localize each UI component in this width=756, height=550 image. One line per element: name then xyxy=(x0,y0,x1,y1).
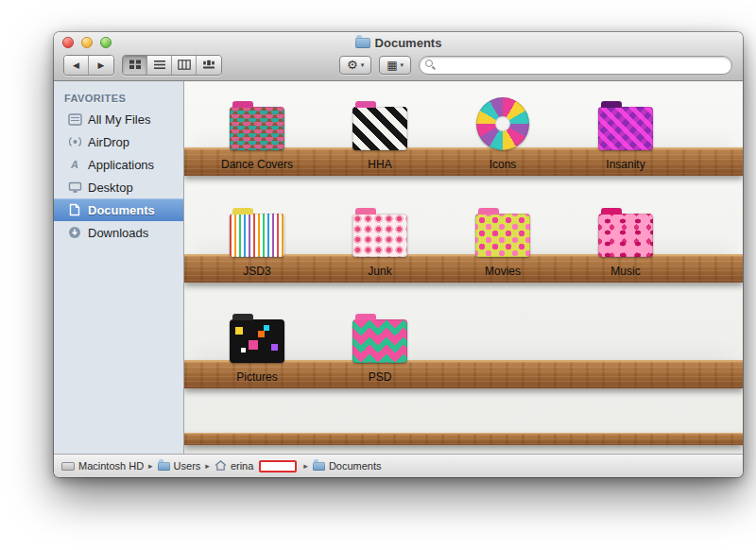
coverflow-view-button[interactable] xyxy=(197,56,221,75)
home-icon xyxy=(215,460,227,473)
folder-name: Movies xyxy=(485,265,521,278)
path-item-label: Macintosh HD xyxy=(78,460,144,472)
disc-icon xyxy=(476,97,529,150)
folder-view: Dance Covers HHA Icons Insanity xyxy=(184,81,743,454)
folder-insanity[interactable]: Insanity xyxy=(564,93,687,171)
chevron-down-icon: ▾ xyxy=(361,61,365,69)
folder-name: Dance Covers xyxy=(221,158,293,171)
folder-icons[interactable]: Icons xyxy=(441,93,564,171)
column-view-button[interactable] xyxy=(172,56,197,75)
airdrop-icon xyxy=(67,136,82,148)
all-my-files-icon xyxy=(67,113,82,126)
navigation-control: ◀ ▶ xyxy=(63,55,114,76)
sidebar-item-all-my-files[interactable]: All My Files xyxy=(54,108,183,130)
folder-name: Icons xyxy=(490,158,517,171)
toolbar: ◀ ▶ xyxy=(54,53,743,80)
path-separator-icon: ▸ xyxy=(148,461,153,471)
folder-psd[interactable]: PSD xyxy=(318,305,441,384)
path-item-users[interactable]: Users xyxy=(158,460,201,472)
path-item-documents[interactable]: Documents xyxy=(313,460,382,472)
sidebar-item-label: AirDrop xyxy=(88,135,129,149)
sidebar-item-desktop[interactable]: Desktop xyxy=(54,176,183,198)
folder-icon xyxy=(313,462,325,471)
coverflow-view-icon xyxy=(202,60,215,70)
path-item-macintosh-hd[interactable]: Macintosh HD xyxy=(61,460,144,472)
path-item-label: erina xyxy=(231,460,253,472)
arrange-grid-icon: ▦ xyxy=(387,60,397,71)
downloads-icon xyxy=(67,226,82,239)
folder-icon xyxy=(230,214,284,257)
folder-icon xyxy=(230,319,284,363)
documents-icon xyxy=(67,203,82,216)
path-item-label: Documents xyxy=(329,460,382,472)
folder-music[interactable]: Music xyxy=(564,199,687,278)
path-separator-icon: ▸ xyxy=(205,461,210,471)
folder-icon xyxy=(352,214,407,257)
search-icon xyxy=(425,60,436,70)
desktop-icon xyxy=(67,181,82,194)
folder-icon xyxy=(352,319,407,363)
column-view-icon xyxy=(178,60,191,70)
sidebar-item-label: Desktop xyxy=(88,180,133,195)
back-button[interactable]: ◀ xyxy=(64,56,89,75)
view-mode-control xyxy=(122,55,222,76)
folder-movies[interactable]: Movies xyxy=(441,199,564,278)
folder-row: Pictures PSD xyxy=(196,305,441,384)
finder-window: Documents ◀ ▶ xyxy=(54,32,743,477)
icon-view-icon xyxy=(129,60,142,70)
sidebar: FAVORITES All My Files AirDrop A Applica… xyxy=(54,81,184,454)
path-separator-icon: ▸ xyxy=(303,461,308,471)
arrange-menu-button[interactable]: ▦ ▾ xyxy=(379,56,411,75)
folder-name: JSD3 xyxy=(243,265,270,278)
sidebar-item-documents[interactable]: Documents xyxy=(54,198,183,221)
icon-view-button[interactable] xyxy=(123,56,147,75)
desktop-background: Documents ◀ ▶ xyxy=(0,0,756,550)
wood-shelf xyxy=(184,433,743,445)
sidebar-item-label: Documents xyxy=(88,203,155,217)
title-folder-icon xyxy=(355,38,370,48)
applications-icon: A xyxy=(67,159,82,170)
folder-name: HHA xyxy=(368,158,391,171)
folder-icon xyxy=(158,462,170,471)
sidebar-item-label: Downloads xyxy=(88,226,148,240)
path-bar: Macintosh HD ▸ Users ▸ erina ▸ Documents xyxy=(54,454,743,477)
sidebar-item-downloads[interactable]: Downloads xyxy=(54,221,183,244)
search-input[interactable] xyxy=(438,59,726,72)
folder-jsd3[interactable]: JSD3 xyxy=(196,199,318,278)
folder-pictures[interactable]: Pictures xyxy=(196,305,318,384)
folder-name: Pictures xyxy=(236,370,277,384)
folder-name: Junk xyxy=(368,265,391,278)
folder-dance-covers[interactable]: Dance Covers xyxy=(196,93,318,171)
sidebar-section-favorites: FAVORITES xyxy=(54,91,183,108)
sidebar-item-applications[interactable]: A Applications xyxy=(54,153,183,176)
folder-name: PSD xyxy=(369,370,392,384)
list-view-button[interactable] xyxy=(147,56,172,75)
redaction-box xyxy=(259,460,297,473)
sidebar-item-airdrop[interactable]: AirDrop xyxy=(54,130,183,153)
back-arrow-icon: ◀ xyxy=(73,60,79,70)
forward-arrow-icon: ▶ xyxy=(98,60,105,70)
hard-drive-icon xyxy=(61,462,75,471)
gear-icon: ⚙ xyxy=(347,59,358,71)
action-menu-button[interactable]: ⚙ ▾ xyxy=(339,56,371,75)
folder-icon xyxy=(598,107,653,150)
search-field[interactable] xyxy=(419,56,732,75)
sidebar-item-label: All My Files xyxy=(88,112,150,127)
folder-icon xyxy=(475,214,530,257)
title-bar[interactable]: Documents xyxy=(54,32,743,53)
folder-icon xyxy=(598,214,653,257)
list-view-icon xyxy=(153,60,166,70)
folder-junk[interactable]: Junk xyxy=(318,199,441,278)
forward-button[interactable]: ▶ xyxy=(89,56,113,75)
window-chrome: Documents ◀ ▶ xyxy=(54,32,743,81)
window-title: Documents xyxy=(375,36,442,50)
folder-name: Music xyxy=(610,265,640,278)
folder-hha[interactable]: HHA xyxy=(318,93,441,171)
window-content: FAVORITES All My Files AirDrop A Applica… xyxy=(54,81,743,454)
path-item-label: Users xyxy=(174,460,201,472)
chevron-down-icon: ▾ xyxy=(401,61,404,69)
folder-name: Insanity xyxy=(606,158,644,171)
path-item-home[interactable]: erina xyxy=(215,460,299,473)
folder-row: Dance Covers HHA Icons Insanity xyxy=(196,93,687,171)
folder-icon xyxy=(352,107,407,150)
